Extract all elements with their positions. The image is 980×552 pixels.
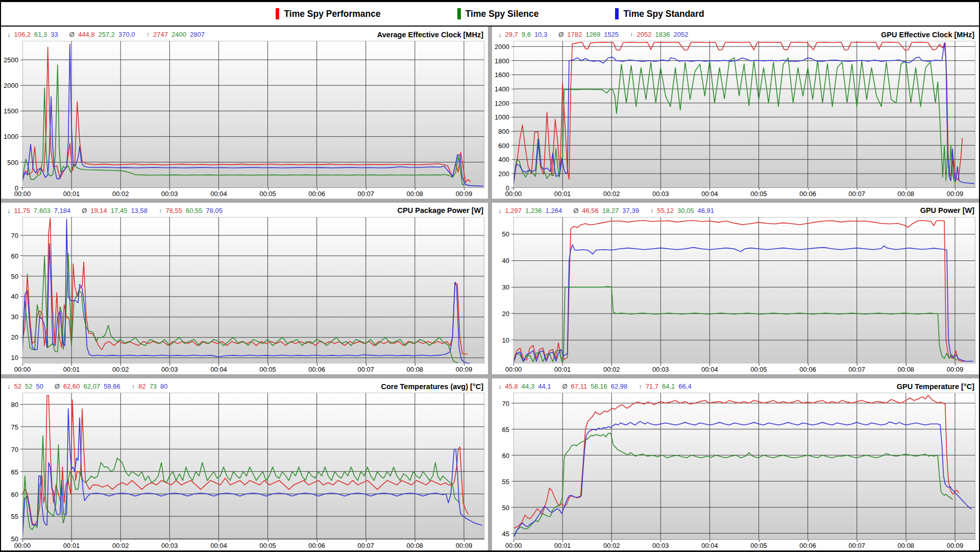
- y-tick-label: 2000: [495, 43, 509, 51]
- stat-min-performance: 52: [14, 382, 21, 390]
- stat-min-standard: 1,264: [546, 207, 562, 214]
- chart-panel: ↓45,844,344,1Ø67,1158,1662,98↑71,764,166…: [492, 378, 979, 550]
- stat-max-silence: 1836: [655, 31, 670, 38]
- x-axis: 00:0000:0100:0200:0300:0400:0500:0600:07…: [513, 540, 975, 550]
- stat-group-avg: Ø67,1158,1662,98: [562, 382, 627, 390]
- y-tick-label: 50: [502, 230, 509, 238]
- x-tick-label: 00:07: [848, 190, 865, 198]
- x-tick-label: 00:00: [14, 190, 31, 198]
- x-axis: 00:0000:0100:0200:0300:0400:0500:0600:07…: [22, 364, 484, 374]
- stat-avg-silence: 1269: [585, 31, 600, 38]
- y-tick-label: 500: [7, 158, 18, 166]
- stat-avg-silence: 18,27: [602, 207, 619, 214]
- x-tick-label: 00:07: [357, 366, 374, 373]
- stat-max-silence: 64,1: [662, 382, 675, 390]
- min-symbol: ↓: [498, 382, 502, 390]
- x-tick-label: 00:02: [112, 542, 129, 549]
- x-tick-label: 00:05: [259, 190, 276, 198]
- plot-area[interactable]: [22, 41, 484, 188]
- plot-row: 0200400600800100012001400160018002000: [493, 41, 975, 188]
- x-tick-label: 00:04: [701, 366, 718, 373]
- stats-row: ↓1,2971,2361,264Ø46,5618,2737,39↑55,1230…: [493, 203, 975, 217]
- stat-avg-standard: 370,0: [118, 31, 135, 38]
- min-symbol: ↓: [7, 31, 11, 38]
- max-symbol: ↑: [650, 207, 654, 214]
- y-tick-label: 400: [498, 156, 509, 163]
- y-tick-label: 50: [11, 272, 18, 280]
- stat-max-standard: 2807: [190, 31, 205, 38]
- x-tick-label: 00:00: [14, 366, 31, 373]
- panel-title: GPU Effective Clock [MHz]: [881, 31, 974, 39]
- y-tick-label: 20: [502, 309, 509, 317]
- x-tick-label: 00:06: [308, 190, 325, 198]
- x-axis-row: 00:0000:0100:0200:0300:0400:0500:0600:07…: [2, 188, 484, 199]
- avg-symbol: Ø: [69, 31, 75, 38]
- x-tick-label: 00:00: [505, 542, 522, 549]
- plot-area[interactable]: [513, 41, 975, 188]
- x-tick-label: 00:02: [112, 366, 129, 373]
- x-axis: 00:0000:0100:0200:0300:0400:0500:0600:07…: [513, 188, 975, 199]
- x-tick-label: 00:08: [407, 366, 424, 373]
- stat-group-avg: Ø62,6062,0759,66: [55, 382, 120, 390]
- stat-group-min: ↓11,757,6037,184: [7, 207, 70, 214]
- charts-grid: ↓106,261,333Ø444,8257,2370,0↑27472400280…: [1, 27, 979, 550]
- panel-title: GPU Power [W]: [920, 206, 974, 214]
- plot-area[interactable]: [513, 217, 975, 364]
- stat-group-avg: Ø178212691525: [558, 31, 619, 38]
- y-tick-label: 2500: [4, 56, 18, 64]
- max-symbol: ↑: [630, 31, 633, 38]
- stat-max-performance: 2747: [153, 31, 168, 38]
- chart-panel: ↓1,2971,2361,264Ø46,5618,2737,39↑55,1230…: [492, 203, 979, 375]
- panel-title: Core Temperatures (avg) [°C]: [381, 382, 483, 391]
- x-tick-label: 00:06: [799, 542, 816, 549]
- legend-label-performance: Time Spy Performance: [284, 9, 380, 19]
- x-tick-label: 00:08: [407, 542, 424, 549]
- stat-group-max: ↑827380: [132, 382, 168, 390]
- x-tick-label: 00:03: [161, 542, 178, 549]
- stat-avg-silence: 257,2: [99, 31, 115, 38]
- legend-item-silence: Time Spy Silence: [457, 8, 539, 19]
- plot-area[interactable]: [22, 217, 484, 364]
- x-tick-label: 00:09: [947, 542, 964, 549]
- stat-avg-standard: 13,58: [131, 207, 148, 214]
- stat-min-standard: 44,1: [538, 382, 551, 390]
- stat-avg-standard: 62,98: [611, 382, 628, 390]
- x-tick-label: 00:04: [210, 366, 227, 373]
- x-tick-label: 00:02: [112, 190, 129, 198]
- stat-group-max: ↑55,1230,0546,91: [650, 207, 714, 214]
- x-tick-label: 00:09: [456, 542, 473, 549]
- x-tick-label: 00:07: [848, 542, 865, 549]
- x-tick-label: 00:05: [750, 366, 767, 373]
- stat-max-standard: 80: [160, 382, 167, 390]
- y-tick-label: 60: [11, 490, 18, 498]
- max-symbol: ↑: [639, 382, 642, 390]
- y-axis: 50556065707580: [2, 393, 22, 540]
- x-tick-label: 00:04: [210, 190, 227, 198]
- x-tick-label: 00:01: [554, 366, 571, 373]
- plot-area[interactable]: [513, 393, 975, 540]
- y-tick-label: 45: [502, 530, 509, 537]
- x-tick-label: 00:01: [554, 542, 571, 549]
- plot-area[interactable]: [22, 393, 484, 540]
- y-tick-label: 55: [502, 477, 509, 485]
- chart-panel: ↓29,79,610,3Ø178212691525↑205218362052 G…: [492, 27, 979, 199]
- x-tick-label: 00:09: [947, 366, 964, 373]
- plot-row: 50556065707580: [2, 393, 484, 540]
- panel-title: GPU Temperature [°C]: [897, 382, 974, 391]
- y-axis: 0200400600800100012001400160018002000: [493, 41, 513, 188]
- stat-avg-performance: 444,8: [78, 31, 95, 38]
- stat-max-standard: 78,05: [206, 207, 223, 214]
- stat-avg-standard: 59,66: [104, 382, 120, 390]
- x-tick-label: 00:05: [750, 542, 767, 549]
- x-tick-label: 00:01: [554, 190, 571, 198]
- min-symbol: ↓: [498, 31, 502, 38]
- stats-row: ↓525250Ø62,6062,0759,66↑827380 Core Temp…: [2, 379, 484, 393]
- stat-min-silence: 52: [25, 382, 32, 390]
- stat-group-min: ↓1,2971,2361,264: [498, 207, 562, 214]
- panel-stats: ↓45,844,344,1Ø67,1158,1662,98↑71,764,166…: [498, 382, 692, 390]
- stat-max-silence: 2400: [172, 31, 186, 38]
- x-tick-label: 00:01: [63, 190, 80, 198]
- stat-min-standard: 10,3: [534, 31, 547, 38]
- plot-row: 455055606570: [493, 393, 975, 540]
- stat-min-silence: 44,3: [522, 382, 534, 390]
